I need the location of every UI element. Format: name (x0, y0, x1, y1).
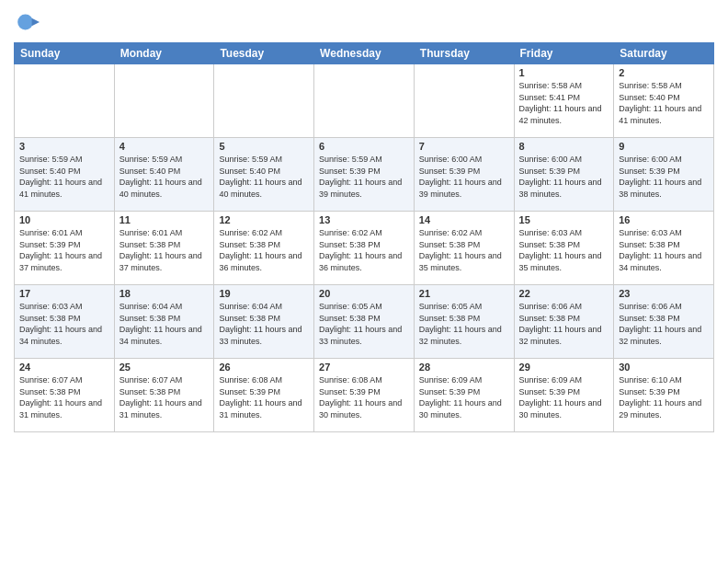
weekday-header-row: SundayMondayTuesdayWednesdayThursdayFrid… (15, 43, 714, 64)
calendar-cell (214, 64, 314, 138)
day-info: Sunrise: 6:04 AMSunset: 5:38 PMDaylight:… (219, 301, 309, 347)
calendar-cell: 16Sunrise: 6:03 AMSunset: 5:38 PMDayligh… (614, 212, 714, 285)
calendar-cell: 3Sunrise: 5:59 AMSunset: 5:40 PMDaylight… (15, 138, 115, 212)
day-number: 18 (119, 288, 210, 299)
calendar-cell: 15Sunrise: 6:03 AMSunset: 5:38 PMDayligh… (514, 212, 614, 285)
day-info: Sunrise: 5:59 AMSunset: 5:40 PMDaylight:… (119, 154, 210, 200)
calendar-cell: 23Sunrise: 6:06 AMSunset: 5:38 PMDayligh… (614, 285, 714, 359)
calendar-cell: 9Sunrise: 6:00 AMSunset: 5:39 PMDaylight… (614, 138, 714, 212)
day-number: 12 (219, 214, 309, 225)
weekday-header: Friday (514, 43, 614, 64)
day-number: 21 (419, 288, 509, 299)
calendar-cell: 18Sunrise: 6:04 AMSunset: 5:38 PMDayligh… (114, 285, 214, 359)
calendar-cell: 10Sunrise: 6:01 AMSunset: 5:39 PMDayligh… (15, 212, 115, 285)
day-number: 20 (319, 288, 409, 299)
calendar-cell: 29Sunrise: 6:09 AMSunset: 5:39 PMDayligh… (514, 359, 614, 432)
header (14, 9, 714, 35)
calendar-cell: 12Sunrise: 6:02 AMSunset: 5:38 PMDayligh… (214, 212, 314, 285)
calendar-cell: 2Sunrise: 5:58 AMSunset: 5:40 PMDaylight… (614, 64, 714, 138)
weekday-header: Wednesday (314, 43, 415, 64)
day-info: Sunrise: 6:05 AMSunset: 5:38 PMDaylight:… (419, 301, 509, 347)
day-info: Sunrise: 6:00 AMSunset: 5:39 PMDaylight:… (519, 154, 609, 200)
weekday-header: Tuesday (214, 43, 314, 64)
calendar-cell: 21Sunrise: 6:05 AMSunset: 5:38 PMDayligh… (414, 285, 514, 359)
day-info: Sunrise: 6:01 AMSunset: 5:38 PMDaylight:… (119, 227, 210, 273)
calendar-cell: 4Sunrise: 5:59 AMSunset: 5:40 PMDaylight… (114, 138, 214, 212)
weekday-header: Saturday (614, 43, 714, 64)
calendar-cell (114, 64, 214, 138)
calendar-cell: 8Sunrise: 6:00 AMSunset: 5:39 PMDaylight… (514, 138, 614, 212)
calendar-week-row: 3Sunrise: 5:59 AMSunset: 5:40 PMDaylight… (15, 138, 714, 212)
weekday-header: Sunday (15, 43, 115, 64)
weekday-header: Monday (114, 43, 214, 64)
calendar-week-row: 17Sunrise: 6:03 AMSunset: 5:38 PMDayligh… (15, 285, 714, 359)
day-number: 24 (19, 362, 109, 373)
day-number: 2 (619, 67, 709, 78)
svg-point-0 (17, 15, 33, 30)
day-number: 6 (319, 141, 409, 152)
day-info: Sunrise: 6:03 AMSunset: 5:38 PMDaylight:… (19, 301, 109, 347)
day-number: 14 (419, 214, 509, 225)
calendar-cell: 1Sunrise: 5:58 AMSunset: 5:41 PMDaylight… (514, 64, 614, 138)
day-info: Sunrise: 6:09 AMSunset: 5:39 PMDaylight:… (519, 374, 609, 420)
day-info: Sunrise: 6:03 AMSunset: 5:38 PMDaylight:… (619, 227, 709, 273)
day-info: Sunrise: 6:05 AMSunset: 5:38 PMDaylight:… (319, 301, 409, 347)
day-number: 13 (319, 214, 409, 225)
calendar-cell: 22Sunrise: 6:06 AMSunset: 5:38 PMDayligh… (514, 285, 614, 359)
calendar-cell: 11Sunrise: 6:01 AMSunset: 5:38 PMDayligh… (114, 212, 214, 285)
day-number: 19 (219, 288, 309, 299)
day-number: 26 (219, 362, 309, 373)
day-info: Sunrise: 6:01 AMSunset: 5:39 PMDaylight:… (19, 227, 109, 273)
day-info: Sunrise: 6:07 AMSunset: 5:38 PMDaylight:… (19, 374, 109, 420)
calendar-cell: 14Sunrise: 6:02 AMSunset: 5:38 PMDayligh… (414, 212, 514, 285)
calendar-cell: 28Sunrise: 6:09 AMSunset: 5:39 PMDayligh… (414, 359, 514, 432)
day-number: 8 (519, 141, 609, 152)
calendar-cell: 6Sunrise: 5:59 AMSunset: 5:39 PMDaylight… (314, 138, 415, 212)
logo-icon (14, 9, 40, 35)
calendar-cell: 30Sunrise: 6:10 AMSunset: 5:39 PMDayligh… (614, 359, 714, 432)
calendar-cell: 19Sunrise: 6:04 AMSunset: 5:38 PMDayligh… (214, 285, 314, 359)
logo (14, 9, 42, 35)
weekday-header: Thursday (414, 43, 514, 64)
day-info: Sunrise: 6:06 AMSunset: 5:38 PMDaylight:… (619, 301, 709, 347)
day-info: Sunrise: 5:59 AMSunset: 5:40 PMDaylight:… (19, 154, 109, 200)
day-info: Sunrise: 6:04 AMSunset: 5:38 PMDaylight:… (119, 301, 210, 347)
day-number: 9 (619, 141, 709, 152)
day-number: 3 (19, 141, 109, 152)
day-number: 5 (219, 141, 309, 152)
calendar-week-row: 1Sunrise: 5:58 AMSunset: 5:41 PMDaylight… (15, 64, 714, 138)
calendar-cell: 27Sunrise: 6:08 AMSunset: 5:39 PMDayligh… (314, 359, 415, 432)
calendar-week-row: 24Sunrise: 6:07 AMSunset: 5:38 PMDayligh… (15, 359, 714, 432)
calendar-cell: 13Sunrise: 6:02 AMSunset: 5:38 PMDayligh… (314, 212, 415, 285)
calendar-cell: 24Sunrise: 6:07 AMSunset: 5:38 PMDayligh… (15, 359, 115, 432)
day-info: Sunrise: 5:59 AMSunset: 5:40 PMDaylight:… (219, 154, 309, 200)
calendar-cell: 5Sunrise: 5:59 AMSunset: 5:40 PMDaylight… (214, 138, 314, 212)
day-number: 22 (519, 288, 609, 299)
day-number: 23 (619, 288, 709, 299)
calendar-cell: 26Sunrise: 6:08 AMSunset: 5:39 PMDayligh… (214, 359, 314, 432)
day-number: 29 (519, 362, 609, 373)
calendar-cell: 17Sunrise: 6:03 AMSunset: 5:38 PMDayligh… (15, 285, 115, 359)
calendar-cell: 20Sunrise: 6:05 AMSunset: 5:38 PMDayligh… (314, 285, 415, 359)
svg-marker-1 (32, 18, 40, 26)
calendar-cell (15, 64, 115, 138)
calendar-cell (414, 64, 514, 138)
day-number: 16 (619, 214, 709, 225)
day-info: Sunrise: 5:58 AMSunset: 5:40 PMDaylight:… (619, 80, 709, 126)
day-info: Sunrise: 6:00 AMSunset: 5:39 PMDaylight:… (419, 154, 509, 200)
day-number: 11 (119, 214, 210, 225)
day-number: 17 (19, 288, 109, 299)
day-info: Sunrise: 6:00 AMSunset: 5:39 PMDaylight:… (619, 154, 709, 200)
day-info: Sunrise: 6:08 AMSunset: 5:39 PMDaylight:… (219, 374, 309, 420)
day-info: Sunrise: 5:59 AMSunset: 5:39 PMDaylight:… (319, 154, 409, 200)
day-info: Sunrise: 6:02 AMSunset: 5:38 PMDaylight:… (419, 227, 509, 273)
calendar-cell: 25Sunrise: 6:07 AMSunset: 5:38 PMDayligh… (114, 359, 214, 432)
page: SundayMondayTuesdayWednesdayThursdayFrid… (0, 0, 728, 563)
calendar-week-row: 10Sunrise: 6:01 AMSunset: 5:39 PMDayligh… (15, 212, 714, 285)
day-number: 27 (319, 362, 409, 373)
day-info: Sunrise: 6:10 AMSunset: 5:39 PMDaylight:… (619, 374, 709, 420)
day-info: Sunrise: 6:06 AMSunset: 5:38 PMDaylight:… (519, 301, 609, 347)
day-info: Sunrise: 5:58 AMSunset: 5:41 PMDaylight:… (519, 80, 609, 126)
day-info: Sunrise: 6:07 AMSunset: 5:38 PMDaylight:… (119, 374, 210, 420)
day-number: 25 (119, 362, 210, 373)
